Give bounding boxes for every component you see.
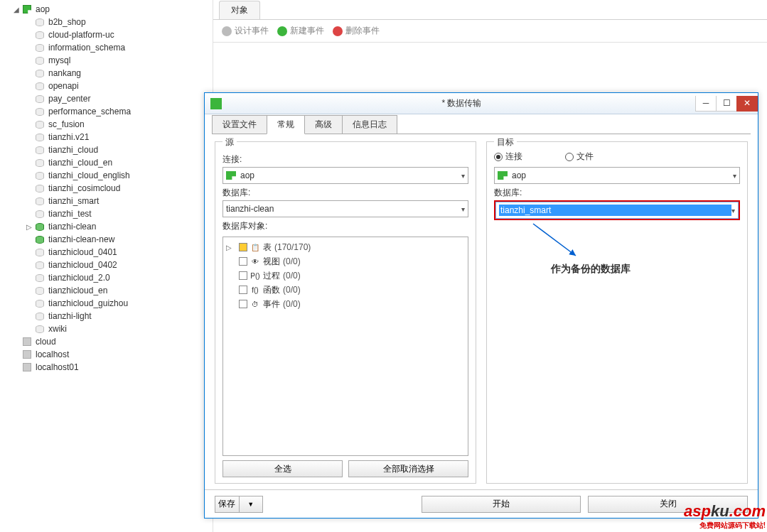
- dialog-titlebar[interactable]: * 数据传输 ─ ☐ ✕: [205, 93, 758, 114]
- checkbox[interactable]: [239, 300, 247, 308]
- object-tree-item[interactable]: ⏱事件 (0/0): [226, 297, 465, 311]
- target-radio-connection[interactable]: 连接: [494, 151, 522, 163]
- tree-item[interactable]: tianzhicloud_en: [0, 284, 213, 297]
- object-tree-item[interactable]: f()函数 (0/0): [226, 283, 465, 297]
- object-type-icon: 📋: [250, 243, 260, 251]
- tree-item-label: tianzhi-clean-new: [48, 234, 114, 244]
- expander-icon[interactable]: ▷: [226, 244, 236, 251]
- tree-item-label: tianzhicloud_2.0: [48, 273, 110, 283]
- app-icon: [210, 98, 222, 109]
- deselect-all-button[interactable]: 全部取消选择: [348, 460, 468, 477]
- radio-conn-label: 连接: [505, 151, 522, 163]
- database-icon: [34, 324, 45, 334]
- checkbox[interactable]: [239, 286, 247, 294]
- tree-item[interactable]: ◢aop: [0, 3, 213, 16]
- target-database-select[interactable]: tianzhi_smart ▾: [495, 202, 739, 219]
- tree-item-label: tianzhi_test: [48, 209, 92, 219]
- target-title: 目标: [494, 136, 517, 148]
- database-icon: [34, 311, 45, 321]
- tree-item-label: tianzhi_cloud_english: [48, 170, 130, 180]
- minus-icon: [333, 26, 343, 36]
- source-conn-value: aop: [240, 170, 461, 180]
- tree-item[interactable]: performance_schema: [0, 105, 213, 118]
- tree-item-label: tianzhicloud_0401: [48, 247, 117, 257]
- new-event-button[interactable]: 新建事件: [277, 25, 324, 37]
- tree-item[interactable]: information_schema: [0, 41, 213, 54]
- source-db-value: tianzhi-clean: [226, 204, 461, 214]
- source-connection-select[interactable]: aop ▾: [222, 167, 468, 184]
- connection-tree[interactable]: ◢aopb2b_shopcloud-platform-ucinformation…: [0, 0, 213, 532]
- object-type-icon: P(): [250, 271, 260, 280]
- source-database-select[interactable]: tianzhi-clean ▾: [222, 200, 468, 217]
- expander-icon[interactable]: ◢: [11, 6, 21, 13]
- design-event-button[interactable]: 设计事件: [222, 25, 269, 37]
- tree-item[interactable]: tianzhi_test: [0, 207, 213, 220]
- tree-item[interactable]: tianzhi_cloud: [0, 143, 213, 156]
- tree-item[interactable]: tianzhi_smart: [0, 195, 213, 207]
- source-object-list[interactable]: ▷📋表 (170/170)👁视图 (0/0)P()过程 (0/0)f()函数 (…: [222, 237, 468, 456]
- object-count: (170/170): [274, 242, 311, 252]
- checkbox[interactable]: [239, 271, 247, 280]
- tree-item-label: tianzhi_smart: [48, 196, 99, 206]
- target-radio-file[interactable]: 文件: [565, 151, 594, 163]
- tree-item[interactable]: xwiki: [0, 322, 213, 335]
- checkbox[interactable]: [239, 257, 247, 266]
- tab-objects[interactable]: 对象: [219, 1, 260, 19]
- tree-item-label: openapi: [48, 81, 79, 91]
- delete-event-button[interactable]: 删除事件: [333, 25, 380, 37]
- tree-item[interactable]: tianzhi-light: [0, 310, 213, 322]
- tree-item[interactable]: localhost: [0, 348, 213, 361]
- tree-item[interactable]: tianzhicloud_0402: [0, 259, 213, 271]
- object-tree-item[interactable]: 👁视图 (0/0): [226, 254, 465, 268]
- host-icon: [21, 337, 33, 347]
- tree-item[interactable]: tianzhi_cloud_english: [0, 169, 213, 182]
- tree-item[interactable]: tianzhi-clean-new: [0, 233, 213, 246]
- tree-item[interactable]: nankang: [0, 67, 213, 80]
- tree-item-label: tianzhi-light: [48, 311, 92, 321]
- wrench-icon: [222, 26, 232, 36]
- tree-item[interactable]: localhost01: [0, 361, 213, 374]
- tree-item[interactable]: mysql: [0, 54, 213, 67]
- tree-item[interactable]: tianzhicloud_2.0: [0, 271, 213, 284]
- tree-item[interactable]: tianzhi.v21: [0, 131, 213, 143]
- tree-item[interactable]: tianzhicloud_guizhou: [0, 297, 213, 310]
- object-tree-item[interactable]: ▷📋表 (170/170): [226, 240, 465, 254]
- minimize-button[interactable]: ─: [695, 96, 717, 112]
- object-type-icon: ⏱: [250, 300, 260, 308]
- object-tree-item[interactable]: P()过程 (0/0): [226, 268, 465, 283]
- expander-icon[interactable]: ▷: [24, 223, 34, 231]
- checkbox[interactable]: [239, 243, 247, 251]
- tree-item[interactable]: openapi: [0, 80, 213, 92]
- database-icon: [34, 43, 45, 53]
- dialog-tab[interactable]: 设置文件: [212, 115, 267, 134]
- target-connection-select[interactable]: aop ▾: [494, 167, 740, 184]
- object-count: (0/0): [283, 299, 301, 309]
- tree-item[interactable]: tianzhicloud_0401: [0, 246, 213, 259]
- dialog-tab[interactable]: 信息日志: [342, 115, 397, 134]
- database-icon: [34, 119, 45, 129]
- close-window-button[interactable]: ✕: [736, 96, 758, 112]
- tree-item[interactable]: cloud: [0, 335, 213, 348]
- data-transfer-dialog: * 数据传输 ─ ☐ ✕ 设置文件常规高级信息日志 源 连接: aop ▾ 数据…: [204, 92, 758, 519]
- plus-icon: [277, 26, 287, 36]
- object-label: 视图: [263, 256, 280, 268]
- database-icon: [34, 81, 45, 91]
- host-icon: [21, 349, 33, 359]
- tree-item[interactable]: pay_center: [0, 92, 213, 105]
- tree-item[interactable]: tianzhi_cosimcloud: [0, 182, 213, 195]
- save-dropdown-button[interactable]: ▼: [240, 496, 264, 513]
- dialog-tab[interactable]: 高级: [304, 115, 343, 134]
- dialog-tab[interactable]: 常规: [267, 115, 305, 134]
- maximize-button[interactable]: ☐: [716, 96, 737, 112]
- tree-item[interactable]: sc_fusion: [0, 118, 213, 131]
- tree-item[interactable]: tianzhi_cloud_en: [0, 156, 213, 169]
- select-all-button[interactable]: 全选: [222, 460, 343, 477]
- wm-c: .com: [729, 502, 766, 520]
- source-conn-label: 连接:: [222, 153, 468, 165]
- wm-b: ku: [711, 502, 729, 520]
- tree-item[interactable]: cloud-platform-uc: [0, 28, 213, 41]
- start-button[interactable]: 开始: [422, 496, 581, 513]
- tree-item[interactable]: ▷tianzhi-clean: [0, 220, 213, 233]
- tree-item[interactable]: b2b_shop: [0, 16, 213, 28]
- save-button[interactable]: 保存: [215, 496, 240, 513]
